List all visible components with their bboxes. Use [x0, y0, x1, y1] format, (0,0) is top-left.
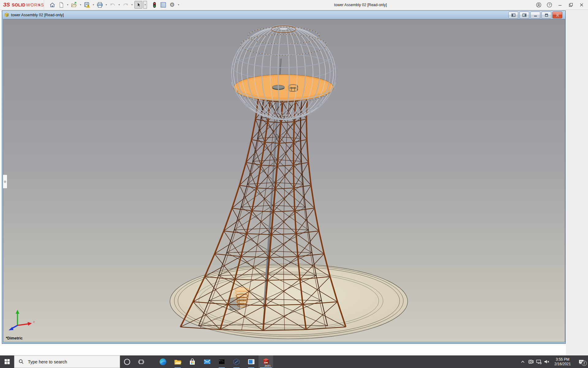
minimize-button[interactable]	[556, 1, 564, 9]
splitter-dot	[4, 181, 6, 183]
network-button[interactable]	[535, 355, 543, 368]
action-center-button[interactable]: 2	[575, 355, 588, 368]
document-window-controls	[508, 12, 562, 18]
rebuild-traffic-light-icon	[151, 2, 158, 8]
mail-icon	[203, 358, 211, 366]
file-properties-button[interactable]	[159, 1, 167, 9]
print-icon	[96, 2, 103, 8]
viewport[interactable]: x *Dimetric	[3, 19, 565, 342]
meet-now-button[interactable]	[527, 355, 535, 368]
meet-now-camera-icon	[528, 359, 534, 365]
photos-icon	[247, 358, 255, 366]
dropdown-caret[interactable]: ▾	[79, 3, 82, 6]
taskbar: C:\_	[0, 355, 588, 368]
search-input[interactable]	[27, 359, 114, 365]
ds-logo-mark: ЗS	[3, 2, 10, 8]
assembly-icon	[4, 13, 9, 17]
taskbar-clock[interactable]: 3:55 PM 2/16/2021	[551, 357, 575, 366]
dropdown-caret[interactable]: ▾	[105, 3, 108, 6]
cortana-icon	[123, 358, 131, 366]
select-tool-button[interactable]	[134, 1, 142, 9]
account-button[interactable]	[535, 1, 543, 9]
screen: ЗS SOLID WORKS ▸ ▾	[0, 0, 588, 368]
open-folder-icon	[71, 2, 77, 8]
tray-chevron-button[interactable]	[519, 355, 527, 368]
svg-text:C:\_: C:\_	[219, 360, 224, 362]
dropdown-caret[interactable]: ▾	[130, 3, 134, 6]
network-ethernet-icon	[536, 359, 542, 365]
volume-muted-icon	[544, 359, 550, 365]
model-canvas	[3, 19, 565, 342]
help-button[interactable]: ?	[545, 1, 553, 9]
taskbar-app-microsoft-edge[interactable]	[156, 355, 170, 368]
print-button[interactable]	[96, 1, 104, 9]
redo-button[interactable]	[122, 1, 130, 9]
restore-button[interactable]	[567, 1, 575, 9]
close-button[interactable]	[578, 1, 586, 9]
document-minimize-icon	[533, 13, 537, 17]
task-view-icon	[138, 358, 145, 365]
document-window: tower Assembly 02 [Read-only]	[2, 10, 566, 344]
svg-text:x: x	[33, 320, 35, 324]
new-document-button[interactable]	[57, 1, 65, 9]
dropdown-caret[interactable]: ▾	[118, 3, 121, 6]
search-icon	[18, 359, 24, 364]
pane-right-icon	[522, 13, 526, 17]
document-restore-button[interactable]	[541, 12, 551, 18]
system-tray: 3:55 PM 2/16/2021 2	[519, 355, 588, 368]
clock-time: 3:55 PM	[551, 357, 575, 362]
save-button[interactable]	[83, 1, 91, 9]
pane-right-button[interactable]	[519, 12, 529, 18]
start-button[interactable]	[0, 355, 14, 368]
document-close-button[interactable]	[552, 12, 562, 18]
home-button[interactable]	[48, 1, 56, 9]
help-icon: ?	[546, 2, 552, 8]
app-background	[566, 10, 588, 355]
task-view-button[interactable]	[134, 355, 148, 368]
svg-text:?: ?	[548, 3, 550, 6]
taskbar-app-solidworks-rx[interactable]	[229, 355, 244, 368]
microsoft-store-icon	[189, 358, 196, 366]
taskbar-apps: C:\_	[156, 355, 273, 368]
microsoft-edge-icon	[159, 358, 167, 366]
taskbar-app-mail[interactable]	[200, 355, 214, 368]
taskbar-app-command-prompt[interactable]: C:\_	[214, 355, 229, 368]
document-minimize-button[interactable]	[530, 12, 540, 18]
cortana-button[interactable]	[120, 355, 134, 368]
toolbar-expander-icon[interactable]: ▸	[39, 0, 41, 10]
document-titlebar[interactable]: tower Assembly 02 [Read-only]	[2, 11, 565, 19]
taskbar-app-solidworks-2021[interactable]: SW 2021	[258, 355, 273, 368]
pane-left-button[interactable]	[508, 12, 518, 18]
open-button[interactable]	[70, 1, 78, 9]
taskbar-app-microsoft-store[interactable]	[185, 355, 200, 368]
panel-splitter-handle[interactable]	[3, 174, 7, 189]
options-gear-icon: ⚙	[169, 1, 175, 9]
view-orientation-label: *Dimetric	[6, 336, 23, 340]
toolbar-separator	[44, 0, 44, 10]
dropdown-caret[interactable]: ▾	[66, 3, 69, 6]
close-icon	[579, 2, 584, 8]
svg-text:SW: SW	[264, 361, 268, 364]
document-close-icon	[556, 13, 560, 17]
orientation-triad: x	[7, 308, 36, 334]
dropdown-caret[interactable]: ▾	[177, 3, 180, 6]
dropdown-caret[interactable]: ▾	[92, 3, 95, 6]
taskbar-search[interactable]	[14, 355, 120, 368]
dropdown-caret[interactable]: ▾	[143, 1, 147, 9]
undo-button[interactable]	[109, 1, 117, 9]
taskbar-app-photos[interactable]	[244, 355, 258, 368]
new-document-icon	[58, 2, 65, 8]
home-icon	[49, 2, 56, 8]
volume-button[interactable]	[543, 355, 551, 368]
select-cursor-icon	[135, 2, 141, 8]
rebuild-button[interactable]	[150, 1, 158, 9]
options-button[interactable]: ⚙	[168, 1, 176, 9]
app-titlebar: ЗS SOLID WORKS ▸ ▾	[0, 0, 588, 10]
notification-count-badge: 2	[582, 361, 587, 366]
document-title: tower Assembly 02 [Read-only]	[11, 13, 64, 17]
minimize-icon	[557, 2, 563, 8]
solidworks-year-label: 2021	[265, 364, 271, 367]
taskbar-app-file-explorer[interactable]	[170, 355, 185, 368]
app-window-controls: ?	[535, 0, 586, 10]
redo-icon	[122, 2, 129, 8]
